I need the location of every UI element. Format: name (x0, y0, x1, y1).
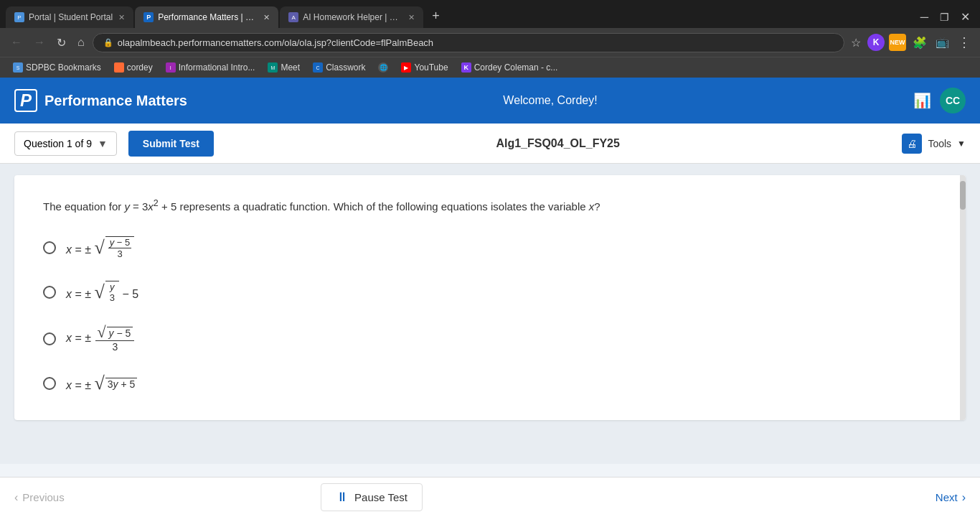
bookmark-info-label: Informational Intro... (179, 62, 255, 73)
avatar[interactable]: CC (940, 88, 966, 113)
question-text: The equation for y = 3x2 + 5 represents … (43, 195, 937, 216)
bookmark-youtube[interactable]: ▶ YouTube (395, 60, 453, 75)
bookmark-cordey[interactable]: cordey (108, 60, 159, 75)
logo-icon: P (14, 89, 37, 112)
bookmark-info[interactable]: I Informational Intro... (160, 60, 261, 75)
forward-button[interactable]: → (30, 34, 49, 51)
app-header: P Performance Matters Welcome, Cordey! 📊… (0, 78, 980, 124)
bookmark-k[interactable]: K Cordey Coleman - c... (456, 60, 564, 75)
bookmark-meet[interactable]: M Meet (262, 60, 306, 75)
previous-label: Previous (22, 491, 64, 503)
tab-title-portal: Portal | Student Portal (29, 12, 113, 22)
radio-b[interactable] (43, 286, 56, 299)
address-bar-toolbar: ← → ↻ ⌂ 🔒 olapalmbeach.performancematter… (0, 28, 980, 57)
extension-new[interactable]: NEW (889, 34, 906, 51)
home-button[interactable]: ⌂ (74, 34, 88, 51)
restore-button[interactable]: ❐ (936, 10, 953, 24)
answer-option-b[interactable]: x = ± √ y 3 − 5 (43, 281, 937, 303)
tab-bar: P Portal | Student Portal ✕ P Performanc… (0, 0, 980, 28)
reload-button[interactable]: ↻ (53, 34, 70, 52)
address-security-icon: 🔒 (103, 38, 113, 47)
extension-k[interactable]: K (867, 34, 885, 51)
answer-option-d[interactable]: x = ± √ 3y + 5 (43, 374, 937, 393)
answer-option-c[interactable]: x = ± √ y − 5 3 (43, 325, 937, 353)
radio-c[interactable] (43, 332, 56, 345)
browser-chrome: P Portal | Student Portal ✕ P Performanc… (0, 0, 980, 78)
welcome-text: Welcome, Cordey! (503, 94, 597, 106)
app-logo: P Performance Matters (14, 89, 187, 112)
bookmark-cordey-label: cordey (127, 62, 153, 73)
browser-tab-portal[interactable]: P Portal | Student Portal ✕ (6, 6, 133, 28)
tools-icon: 🖨 (902, 134, 922, 154)
next-arrow-icon: › (962, 491, 966, 504)
tab-favicon-ai: A (288, 12, 298, 22)
tab-favicon-portal: P (14, 12, 24, 22)
bookmark-meet-label: Meet (281, 62, 300, 73)
close-button[interactable]: ✕ (956, 9, 974, 25)
bookmark-classwork-label: Classwork (326, 62, 365, 73)
tab-title-ai: AI Homework Helper | Quizge... (303, 12, 402, 22)
previous-button[interactable]: ‹ Previous (14, 491, 65, 504)
menu-button[interactable]: ⋮ (956, 32, 973, 52)
back-button[interactable]: ← (7, 34, 26, 51)
next-label: Next (936, 491, 958, 503)
browser-tab-ai[interactable]: A AI Homework Helper | Quizge... ✕ (280, 6, 423, 28)
logo-text: Performance Matters (44, 93, 187, 109)
analytics-icon[interactable]: 📊 (913, 92, 931, 109)
scrollbar-track[interactable] (960, 175, 966, 420)
new-tab-button[interactable]: + (425, 6, 447, 27)
address-bar[interactable]: 🔒 olapalmbeach.performancematters.com/ol… (93, 33, 844, 52)
question-selector-label: Question 1 of 9 (24, 138, 92, 149)
next-button[interactable]: Next › (936, 491, 966, 504)
tools-arrow-icon: ▼ (957, 139, 966, 149)
question-card: The equation for y = 3x2 + 5 represents … (14, 175, 966, 420)
radio-d[interactable] (43, 377, 56, 390)
bookmark-youtube-label: YouTube (414, 62, 448, 73)
bookmark-sdpbc-label: SDPBC Bookmarks (26, 62, 101, 73)
cast-button[interactable]: 📺 (933, 34, 951, 51)
extensions-button[interactable]: 🧩 (910, 34, 929, 52)
tab-title-pm: Performance Matters | OLA (158, 12, 258, 22)
dropdown-arrow-icon: ▼ (98, 138, 108, 149)
star-button[interactable]: ☆ (849, 34, 863, 52)
bookmark-k-label: Cordey Coleman - c... (474, 62, 558, 73)
header-center: Welcome, Cordey! (187, 94, 913, 107)
tab-close-portal[interactable]: ✕ (118, 13, 125, 22)
browser-tab-pm[interactable]: P Performance Matters | OLA ✕ (135, 6, 278, 28)
scrollbar-thumb[interactable] (960, 181, 966, 210)
tools-label: Tools (928, 138, 951, 149)
bookmark-classwork[interactable]: C Classwork (307, 60, 371, 75)
formula-d: x = ± √ 3y + 5 (66, 374, 137, 393)
header-right: 📊 CC (913, 88, 966, 113)
pause-test-button[interactable]: ⏸ Pause Test (321, 483, 423, 511)
formula-b: x = ± √ y 3 − 5 (66, 281, 138, 303)
tools-button[interactable]: 🖨 Tools ▼ (902, 134, 966, 154)
test-title: Alg1_FSQ04_OL_FY25 (214, 137, 903, 150)
answer-option-a[interactable]: x = ± √ y − 5 3 (43, 236, 937, 259)
submit-test-button[interactable]: Submit Test (128, 131, 214, 157)
bottom-nav: ‹ Previous ⏸ Pause Test Next › (0, 477, 980, 517)
main-content: The equation for y = 3x2 + 5 represents … (0, 164, 980, 464)
address-text: olapalmbeach.performancematters.com/ola/… (118, 37, 834, 48)
bookmark-globe[interactable]: 🌐 (372, 60, 394, 75)
pause-icon: ⏸ (336, 490, 349, 505)
tab-close-ai[interactable]: ✕ (408, 13, 415, 22)
tab-favicon-pm: P (143, 12, 154, 22)
formula-a: x = ± √ y − 5 3 (66, 236, 134, 259)
pause-label: Pause Test (354, 491, 407, 503)
bookmarks-bar: S SDPBC Bookmarks cordey I Informational… (0, 57, 980, 78)
formula-c: x = ± √ y − 5 3 (66, 325, 136, 353)
prev-arrow-icon: ‹ (14, 491, 18, 504)
radio-a[interactable] (43, 241, 56, 254)
question-bar: Question 1 of 9 ▼ Submit Test Alg1_FSQ04… (0, 124, 980, 164)
question-selector[interactable]: Question 1 of 9 ▼ (14, 131, 117, 156)
tab-close-pm[interactable]: ✕ (263, 13, 270, 22)
bookmark-sdpbc[interactable]: S SDPBC Bookmarks (7, 60, 107, 75)
minimize-button[interactable]: ─ (916, 9, 933, 25)
